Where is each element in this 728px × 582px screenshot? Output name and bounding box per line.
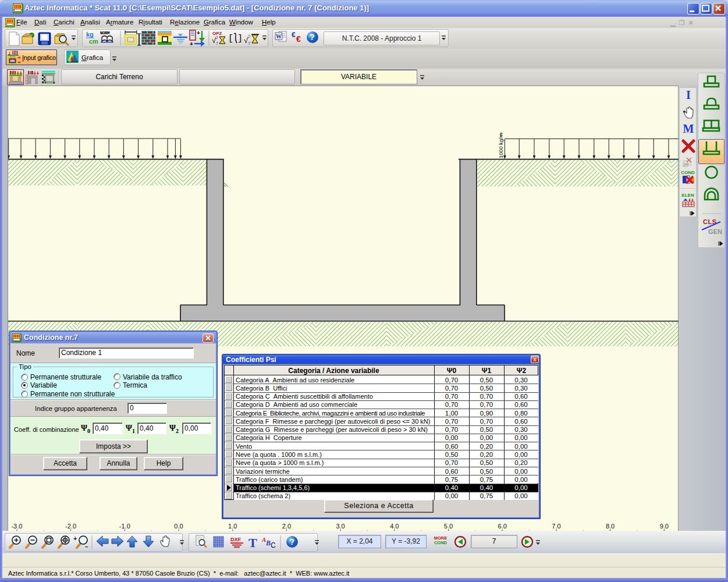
svg-text:+: + bbox=[73, 535, 77, 542]
svg-text:3.0: 3.0 bbox=[336, 523, 345, 530]
svg-text:2: 2 bbox=[248, 34, 251, 39]
svg-text:C: C bbox=[271, 541, 276, 549]
svg-text:-1.0: -1.0 bbox=[119, 523, 130, 530]
svg-text:7.0: 7.0 bbox=[552, 523, 560, 530]
svg-text:1.0: 1.0 bbox=[228, 523, 237, 530]
svg-text:T: T bbox=[248, 535, 257, 550]
svg-text:2: 2 bbox=[216, 36, 218, 40]
svg-text:]: ] bbox=[237, 34, 243, 44]
svg-text:+: + bbox=[190, 41, 193, 47]
svg-text:cm: cm bbox=[89, 38, 98, 45]
svg-text:+: + bbox=[197, 30, 200, 36]
svg-text:?: ? bbox=[310, 33, 315, 42]
svg-text:−: − bbox=[85, 544, 88, 550]
svg-text:4.0: 4.0 bbox=[390, 523, 399, 530]
svg-text:kg: kg bbox=[86, 31, 94, 38]
svg-text:?: ? bbox=[290, 537, 295, 546]
svg-text:NORM: NORM bbox=[100, 31, 110, 36]
svg-text:€: € bbox=[292, 31, 296, 39]
svg-text:5.0: 5.0 bbox=[444, 523, 453, 530]
svg-text:-3.0: -3.0 bbox=[11, 523, 22, 530]
svg-text:-2.0: -2.0 bbox=[65, 523, 76, 530]
svg-text:W: W bbox=[276, 33, 282, 40]
svg-text:0.0: 0.0 bbox=[174, 523, 183, 530]
svg-text:9.0: 9.0 bbox=[660, 523, 669, 530]
svg-text:8.0: 8.0 bbox=[606, 523, 615, 530]
svg-text:6.0: 6.0 bbox=[498, 523, 507, 530]
svg-text:2.0: 2.0 bbox=[282, 523, 291, 530]
svg-text:€: € bbox=[296, 34, 301, 44]
svg-text:7: 7 bbox=[216, 41, 218, 45]
svg-text:[: [ bbox=[228, 34, 233, 44]
svg-text:B: B bbox=[265, 539, 271, 547]
svg-text:GEN: GEN bbox=[708, 228, 722, 235]
svg-text:7: 7 bbox=[248, 41, 251, 46]
svg-text:DXF: DXF bbox=[230, 537, 242, 542]
